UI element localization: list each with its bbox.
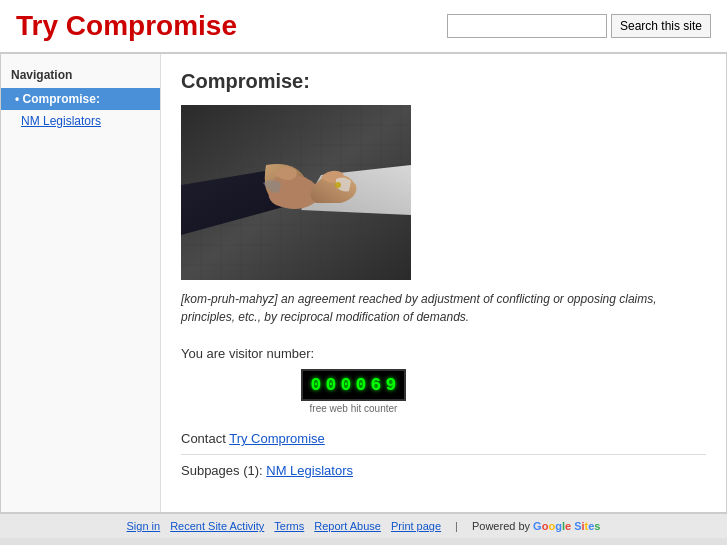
powered-by-label: Powered by: [472, 520, 533, 532]
subpages-link[interactable]: NM Legislators: [266, 463, 353, 478]
digit-2: 0: [324, 375, 338, 395]
powered-by: Powered by Google Sites: [472, 520, 601, 532]
counter-label: free web hit counter: [301, 403, 406, 414]
digit-4: 0: [354, 375, 368, 395]
footer-sign-in[interactable]: Sign in: [127, 520, 161, 532]
definition-text: [kom-pruh-mahyz] an agreement reached by…: [181, 290, 661, 326]
search-button[interactable]: Search this site: [611, 14, 711, 38]
footer: Sign in Recent Site Activity Terms Repor…: [0, 513, 727, 538]
page-title: Compromise:: [181, 70, 706, 93]
visitor-section: You are visitor number: 0 0 0 0 6 9 free…: [181, 346, 706, 415]
digit-3: 0: [339, 375, 353, 395]
content-area: Compromise:: [161, 54, 726, 512]
handshake-svg: [181, 105, 411, 280]
digit-5: 6: [369, 375, 383, 395]
footer-terms[interactable]: Terms: [274, 520, 304, 532]
sidebar-item-compromise[interactable]: Compromise:: [1, 88, 160, 110]
digit-6: 9: [384, 375, 398, 395]
contact-prefix: Contact: [181, 431, 229, 446]
visitor-label: You are visitor number:: [181, 346, 706, 361]
google-sites-link[interactable]: Google Sites: [533, 520, 600, 532]
footer-separator: |: [455, 520, 458, 532]
search-input[interactable]: [447, 14, 607, 38]
handshake-image: [181, 105, 411, 280]
main-container: Navigation Compromise: NM Legislators Co…: [0, 53, 727, 513]
digit-1: 0: [309, 375, 323, 395]
footer-report-abuse[interactable]: Report Abuse: [314, 520, 381, 532]
sidebar-item-nm-legislators[interactable]: NM Legislators: [1, 110, 160, 132]
counter-container: 0 0 0 0 6 9 free web hit counter: [301, 369, 406, 414]
footer-recent-activity[interactable]: Recent Site Activity: [170, 520, 264, 532]
site-title: Try Compromise: [16, 10, 237, 42]
header: Try Compromise Search this site: [0, 0, 727, 53]
subpages-prefix: Subpages (1):: [181, 463, 266, 478]
search-area: Search this site: [447, 14, 711, 38]
subpages-line: Subpages (1): NM Legislators: [181, 454, 706, 478]
footer-print-page[interactable]: Print page: [391, 520, 441, 532]
nav-heading: Navigation: [1, 64, 160, 88]
counter-display: 0 0 0 0 6 9: [301, 369, 406, 401]
contact-line: Contact Try Compromise: [181, 431, 706, 446]
sidebar: Navigation Compromise: NM Legislators: [1, 54, 161, 512]
svg-point-20: [335, 182, 341, 188]
contact-link[interactable]: Try Compromise: [229, 431, 325, 446]
